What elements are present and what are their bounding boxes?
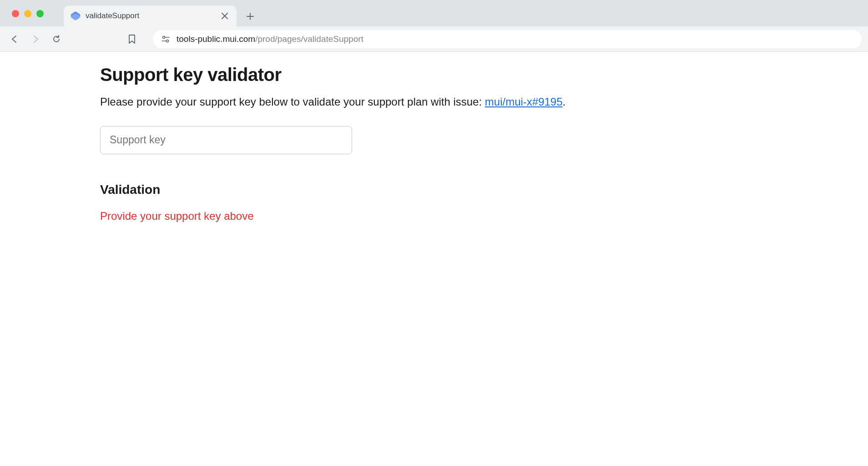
window-controls bbox=[12, 10, 44, 17]
browser-tab[interactable]: validateSupport bbox=[64, 5, 237, 26]
reload-icon bbox=[52, 35, 61, 44]
bookmark-button[interactable] bbox=[124, 31, 140, 47]
browser-toolbar: tools-public.mui.com/prod/pages/validate… bbox=[0, 26, 868, 52]
support-key-input[interactable] bbox=[100, 126, 352, 154]
page-content: Support key validator Please provide you… bbox=[0, 52, 868, 235]
validation-heading: Validation bbox=[100, 182, 768, 197]
svg-point-2 bbox=[167, 40, 169, 42]
window-close-button[interactable] bbox=[12, 10, 19, 17]
validation-message: Provide your support key above bbox=[100, 210, 768, 223]
back-arrow-icon bbox=[10, 35, 19, 44]
window-minimize-button[interactable] bbox=[24, 10, 31, 17]
url-domain: tools-public.mui.com bbox=[177, 34, 255, 44]
description-suffix: . bbox=[563, 96, 566, 108]
page-description: Please provide your support key below to… bbox=[100, 94, 768, 110]
tab-favicon-icon bbox=[71, 11, 80, 20]
svg-point-0 bbox=[163, 36, 165, 38]
forward-arrow-icon bbox=[31, 35, 40, 44]
page-title: Support key validator bbox=[100, 65, 768, 85]
back-button[interactable] bbox=[6, 31, 23, 47]
close-icon bbox=[222, 13, 228, 19]
browser-tab-strip: validateSupport bbox=[0, 0, 868, 26]
window-maximize-button[interactable] bbox=[36, 10, 44, 17]
url-path: /prod/pages/validateSupport bbox=[255, 34, 363, 44]
bookmark-icon bbox=[128, 34, 136, 44]
url-text: tools-public.mui.com/prod/pages/validate… bbox=[177, 34, 363, 44]
new-tab-button[interactable] bbox=[242, 8, 258, 25]
description-prefix: Please provide your support key below to… bbox=[100, 96, 485, 108]
tab-close-button[interactable] bbox=[220, 11, 229, 20]
forward-button[interactable] bbox=[27, 31, 44, 47]
reload-button[interactable] bbox=[48, 31, 65, 47]
site-settings-icon bbox=[161, 35, 170, 44]
issue-link[interactable]: mui/mui-x#9195 bbox=[485, 96, 563, 108]
address-bar[interactable]: tools-public.mui.com/prod/pages/validate… bbox=[153, 30, 862, 48]
tab-title: validateSupport bbox=[86, 11, 215, 20]
plus-icon bbox=[246, 12, 254, 20]
